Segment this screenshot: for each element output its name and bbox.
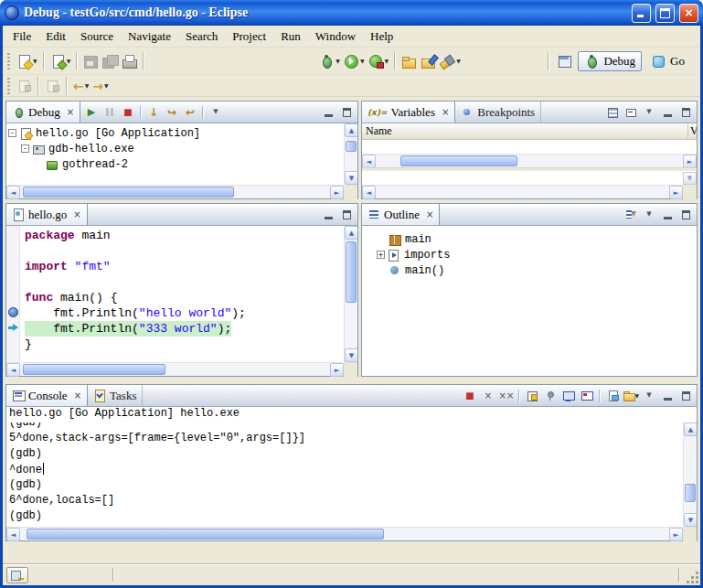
minimize-view-button[interactable] — [320, 104, 336, 121]
scroll-left-button[interactable]: ◄ — [6, 528, 20, 541]
new-wizard-button[interactable]: ▼ — [15, 50, 39, 72]
run-button[interactable]: ▼ — [342, 50, 367, 72]
open-console-button[interactable]: ▼ — [623, 388, 639, 404]
resize-grip[interactable] — [687, 572, 698, 583]
scrollbar-track[interactable] — [20, 363, 330, 376]
scroll-left-button[interactable]: ◄ — [6, 186, 20, 199]
dropdown-arrow-icon[interactable]: ▼ — [33, 58, 37, 64]
console-line[interactable]: (gdb) — [9, 478, 683, 494]
step-over-button[interactable]: ↪ — [164, 104, 180, 121]
console-output[interactable]: (gdb)5^done,stack-args=[frame={level="0"… — [6, 422, 683, 527]
titlebar[interactable]: Debug - testGo/src/cmd/hello.go - Eclips… — [0, 0, 703, 26]
scroll-lock-button[interactable] — [524, 388, 540, 404]
scroll-left-button[interactable]: ◄ — [362, 155, 376, 168]
maximize-view-button[interactable] — [677, 207, 694, 223]
scrollbar-track[interactable] — [20, 186, 330, 198]
minimize-view-button[interactable] — [659, 388, 676, 404]
editor-horizontal-scrollbar[interactable]: ◄ ► — [6, 363, 344, 376]
code-line[interactable] — [25, 243, 344, 259]
menu-navigate[interactable]: Navigate — [121, 27, 178, 46]
outline-tree[interactable]: main+importsmain() — [362, 226, 697, 376]
scroll-right-button[interactable]: ► — [330, 186, 344, 199]
code-line[interactable]: fmt.Println("hello world"); — [25, 305, 344, 321]
close-tab-icon[interactable]: × — [73, 209, 80, 219]
pin-console-button[interactable] — [542, 388, 559, 404]
debug-view-tab[interactable]: Debug × — [6, 102, 80, 123]
code-line[interactable]: func main() { — [25, 290, 344, 305]
menu-edit[interactable]: Edit — [38, 27, 73, 46]
close-tab-icon[interactable]: × — [67, 107, 74, 117]
menu-project[interactable]: Project — [225, 27, 273, 46]
debug-vertical-scrollbar[interactable]: ▲ ▼ — [344, 123, 357, 185]
new-element-button[interactable]: ▼ — [48, 50, 73, 72]
maximize-view-button[interactable] — [677, 104, 694, 121]
tree-item[interactable]: main — [375, 231, 697, 247]
scrollbar-track[interactable] — [345, 137, 357, 171]
variables-tree-area[interactable] — [362, 140, 697, 154]
terminate-button[interactable]: ■ — [120, 104, 136, 121]
dropdown-arrow-icon[interactable]: ▼ — [385, 58, 389, 64]
collapse-toggle-icon[interactable]: - — [8, 129, 16, 137]
minimize-view-button[interactable] — [659, 207, 676, 223]
maximize-view-button[interactable] — [338, 207, 355, 223]
scrollbar-track[interactable] — [684, 436, 697, 513]
scroll-down-button[interactable]: ▼ — [345, 171, 357, 185]
perspective-go-button[interactable]: Go — [644, 51, 691, 71]
dropdown-arrow-icon[interactable]: ▼ — [634, 392, 639, 399]
scroll-down-button[interactable]: ▼ — [684, 513, 697, 527]
detail-horizontal-scrollbar[interactable]: ◄ ► — [362, 186, 683, 198]
show-on-stdout-button[interactable] — [560, 388, 577, 404]
editor-ruler[interactable] — [6, 226, 20, 362]
open-type-button[interactable] — [399, 50, 419, 72]
print-button[interactable] — [120, 50, 139, 72]
name-column-header[interactable]: Name — [362, 124, 687, 138]
debug-view-menu-button[interactable]: ▼ — [208, 104, 224, 121]
step-return-button[interactable]: ↩ — [182, 104, 198, 121]
debug-horizontal-scrollbar[interactable]: ◄ ► — [6, 186, 344, 198]
detail-pane-text[interactable] — [362, 172, 683, 185]
open-resource-button[interactable] — [419, 50, 438, 72]
console-tab[interactable]: Console × — [6, 385, 88, 406]
minimize-view-button[interactable] — [659, 104, 676, 121]
toolbar-handle[interactable] — [7, 53, 10, 69]
save-button[interactable] — [81, 50, 101, 72]
scroll-left-button[interactable]: ◄ — [362, 186, 376, 199]
variables-detail-pane[interactable]: ▼ — [362, 172, 697, 185]
dropdown-arrow-icon[interactable]: ▼ — [104, 82, 109, 89]
breakpoint-marker[interactable] — [8, 307, 18, 317]
code-line[interactable]: package main — [25, 228, 344, 243]
value-column-header[interactable]: V — [687, 124, 697, 138]
scrollbar-thumb[interactable] — [346, 241, 357, 303]
dropdown-arrow-icon[interactable]: ▼ — [336, 58, 340, 64]
collapse-toggle-icon[interactable]: - — [21, 144, 29, 153]
scroll-down-button[interactable]: ▼ — [345, 348, 357, 362]
editor-tab[interactable]: hello.go × — [6, 204, 88, 225]
scrollbar-thumb[interactable] — [685, 484, 696, 502]
next-annotation-button[interactable] — [43, 75, 62, 97]
scrollbar-thumb[interactable] — [27, 529, 384, 540]
terminate-button[interactable]: ■ — [462, 388, 478, 404]
dropdown-arrow-icon[interactable]: ▼ — [67, 58, 71, 64]
menu-file[interactable]: File — [5, 27, 38, 46]
toolbar-handle[interactable] — [7, 78, 10, 94]
remove-launch-button[interactable]: × — [480, 388, 496, 404]
outline-view-menu-button[interactable]: ▼ — [641, 207, 657, 223]
open-perspective-button[interactable] — [556, 50, 575, 72]
scroll-right-button[interactable]: ► — [330, 363, 344, 377]
back-button[interactable]: ←▼ — [71, 75, 91, 97]
menu-source[interactable]: Source — [73, 27, 121, 46]
scrollbar-thumb[interactable] — [346, 141, 357, 152]
tree-item[interactable]: main() — [375, 262, 697, 278]
forward-button[interactable]: →▼ — [91, 75, 110, 97]
variables-view-menu-button[interactable]: ▼ — [641, 104, 657, 121]
maximize-view-button[interactable] — [677, 388, 694, 404]
console-line[interactable]: (gdb) — [9, 509, 683, 525]
dropdown-arrow-icon[interactable]: ▼ — [85, 82, 90, 89]
outline-tab[interactable]: Outline × — [362, 204, 440, 225]
close-tab-icon[interactable]: × — [74, 390, 81, 401]
scroll-up-button[interactable]: ▲ — [345, 123, 357, 137]
console-view-menu-button[interactable]: ▼ — [641, 388, 657, 404]
resume-button[interactable]: ▶ — [83, 104, 100, 121]
console-line[interactable]: ^done — [9, 463, 683, 478]
clear-console-button[interactable] — [604, 388, 621, 404]
